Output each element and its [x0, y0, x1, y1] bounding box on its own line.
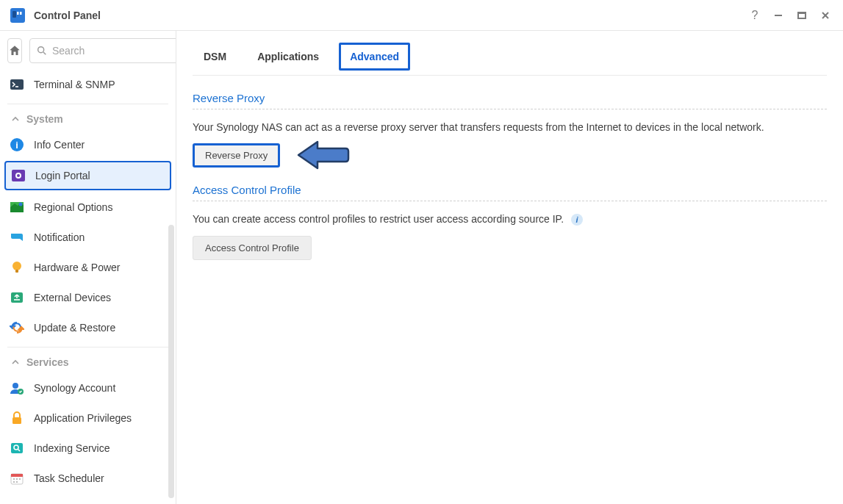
- sidebar-item-external-devices[interactable]: External Devices: [0, 282, 176, 312]
- svg-rect-31: [13, 478, 15, 480]
- help-icon[interactable]: ?: [746, 7, 764, 24]
- close-icon[interactable]: [817, 7, 834, 24]
- access-control-desc-text: You can create access control profiles t…: [193, 213, 564, 225]
- svg-point-18: [19, 202, 23, 206]
- svg-rect-3: [20, 12, 22, 15]
- sidebar-group-services[interactable]: Services: [0, 349, 176, 372]
- svg-text:i: i: [15, 140, 18, 151]
- tab-dsm[interactable]: DSM: [193, 43, 237, 71]
- tab-advanced[interactable]: Advanced: [339, 43, 410, 71]
- search-input-field[interactable]: [52, 45, 176, 57]
- section-title-reverse-proxy: Reverse Proxy: [193, 92, 827, 104]
- svg-rect-25: [12, 417, 21, 424]
- sidebar-item-update-restore[interactable]: Update & Restore: [0, 312, 176, 342]
- indexing-icon: [9, 440, 25, 456]
- sidebar-group-label: System: [26, 113, 63, 125]
- maximize-icon[interactable]: [793, 7, 811, 24]
- account-icon: [9, 380, 25, 396]
- svg-rect-35: [16, 481, 18, 483]
- svg-rect-32: [16, 478, 18, 480]
- sidebar-scrollbar[interactable]: [168, 225, 174, 498]
- tab-applications[interactable]: Applications: [246, 43, 330, 71]
- sidebar-item-label: Task Scheduler: [34, 472, 104, 484]
- sidebar-item-login-portal[interactable]: Login Portal: [4, 161, 171, 190]
- info-badge-icon[interactable]: i: [571, 214, 583, 226]
- search-input[interactable]: [29, 38, 176, 63]
- svg-point-9: [38, 47, 44, 53]
- svg-rect-34: [13, 481, 15, 483]
- sidebar: Terminal & SNMP System i Info Center Log…: [0, 31, 176, 504]
- sidebar-item-application-privileges[interactable]: Application Privileges: [0, 403, 176, 433]
- sidebar-item-label: External Devices: [34, 292, 111, 303]
- pointer-arrow-icon: [297, 139, 350, 173]
- sidebar-item-hardware-power[interactable]: Hardware & Power: [0, 252, 176, 282]
- globe-icon: [9, 199, 25, 215]
- reverse-proxy-button[interactable]: Reverse Proxy: [193, 143, 280, 168]
- chevron-up-icon: [10, 114, 21, 124]
- sidebar-item-label: Terminal & SNMP: [34, 79, 115, 90]
- svg-rect-2: [17, 12, 19, 15]
- sidebar-item-label: Info Center: [34, 139, 85, 151]
- sidebar-item-regional-options[interactable]: Regional Options: [0, 192, 176, 222]
- external-devices-icon: [9, 289, 25, 306]
- sidebar-item-label: Regional Options: [34, 201, 112, 213]
- window-title: Control Panel: [34, 10, 746, 21]
- minimize-icon[interactable]: [770, 7, 787, 24]
- notification-icon: [9, 229, 25, 245]
- terminal-icon: [9, 76, 25, 93]
- sidebar-item-terminal-snmp[interactable]: Terminal & SNMP: [0, 69, 176, 99]
- sidebar-item-indexing-service[interactable]: Indexing Service: [0, 433, 176, 463]
- svg-rect-33: [19, 478, 21, 480]
- section-desc-access-control: You can create access control profiles t…: [193, 213, 827, 226]
- control-panel-app-icon: [9, 7, 26, 24]
- svg-rect-26: [11, 443, 23, 453]
- sidebar-item-notification[interactable]: Notification: [0, 222, 176, 252]
- svg-rect-11: [10, 79, 24, 90]
- lightbulb-icon: [9, 259, 25, 276]
- tabs: DSM Applications Advanced: [193, 38, 827, 76]
- info-icon: i: [9, 137, 25, 153]
- sidebar-item-task-scheduler[interactable]: Task Scheduler: [0, 463, 176, 493]
- home-button[interactable]: [7, 38, 22, 63]
- svg-point-23: [12, 383, 18, 389]
- login-portal-icon: [10, 168, 26, 184]
- titlebar: Control Panel ?: [0, 0, 843, 31]
- sidebar-group-label: Services: [26, 356, 69, 368]
- sidebar-item-label: Notification: [34, 231, 85, 243]
- sidebar-item-label: Login Portal: [35, 170, 90, 181]
- section-desc-reverse-proxy: Your Synology NAS can act as a reverse p…: [193, 121, 827, 133]
- sidebar-item-label: Indexing Service: [34, 442, 110, 454]
- main-panel: DSM Applications Advanced Reverse Proxy …: [176, 31, 843, 504]
- svg-point-19: [12, 262, 21, 270]
- sidebar-group-system[interactable]: System: [0, 106, 176, 129]
- svg-line-10: [43, 52, 46, 54]
- section-title-access-control: Access Control Profile: [193, 184, 827, 196]
- svg-rect-30: [11, 474, 23, 477]
- sidebar-item-label: Update & Restore: [34, 322, 115, 334]
- svg-rect-1: [12, 11, 16, 18]
- lock-icon: [9, 410, 25, 426]
- sidebar-item-label: Synology Account: [34, 382, 115, 394]
- calendar-icon: [9, 470, 25, 486]
- chevron-up-icon: [10, 357, 21, 367]
- svg-point-17: [17, 174, 20, 177]
- sidebar-item-synology-account[interactable]: Synology Account: [0, 372, 176, 403]
- svg-rect-20: [15, 270, 18, 273]
- sidebar-item-info-center[interactable]: i Info Center: [0, 129, 176, 159]
- sidebar-item-label: Hardware & Power: [34, 262, 121, 273]
- access-control-profile-button[interactable]: Access Control Profile: [193, 236, 312, 260]
- update-restore-icon: [9, 320, 25, 336]
- sidebar-item-label: Application Privileges: [34, 412, 132, 424]
